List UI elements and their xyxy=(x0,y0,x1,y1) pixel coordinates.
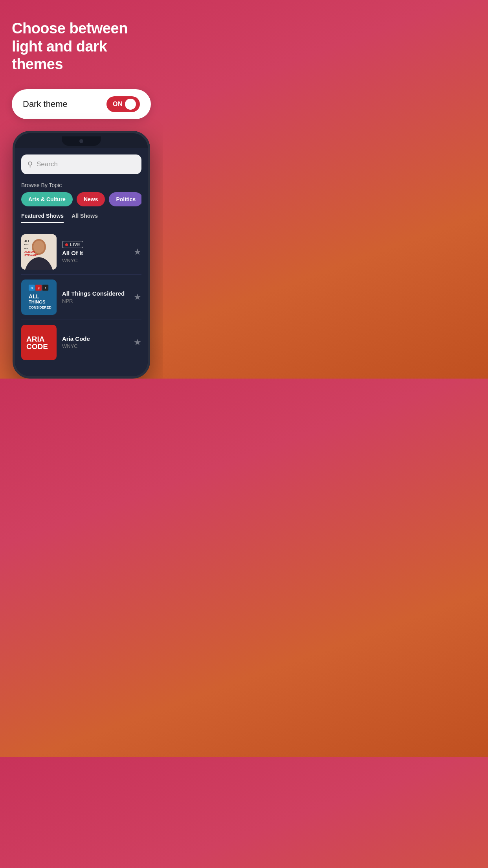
search-icon: ⚲ xyxy=(28,160,33,169)
show-title-aria-code: Aria Code xyxy=(62,335,128,342)
dark-theme-toggle[interactable]: ON xyxy=(106,96,140,112)
svg-text:CODE: CODE xyxy=(26,342,48,351)
tab-all-shows[interactable]: All Shows xyxy=(72,213,98,223)
show-item-all-of-it[interactable]: ALL OF IT WITH ALISON STEWART LIVE All O… xyxy=(21,230,141,275)
pill-politics[interactable]: Politics xyxy=(109,192,141,206)
hero-section: Choose between light and dark themes xyxy=(0,0,163,85)
favorite-star-aria-code[interactable]: ★ xyxy=(134,337,141,348)
show-item-all-things-considered[interactable]: n p r ALL THINGS CONSIDERED All Things C… xyxy=(21,275,141,320)
show-info-aria-code: Aria Code WNYC xyxy=(62,335,128,349)
pill-news[interactable]: News xyxy=(77,192,105,206)
show-thumb-all-things-considered: n p r ALL THINGS CONSIDERED xyxy=(21,280,57,315)
phone-camera xyxy=(79,139,83,143)
toggle-state-label: ON xyxy=(113,101,123,108)
show-station-all-of-it: WNYC xyxy=(62,257,128,263)
phone-bottom-space xyxy=(21,365,141,373)
svg-text:CONSIDERED: CONSIDERED xyxy=(29,305,51,309)
show-info-all-things-considered: All Things Considered NPR xyxy=(62,290,128,304)
hero-title: Choose between light and dark themes xyxy=(12,20,151,74)
live-dot xyxy=(65,243,68,246)
svg-text:ARIA: ARIA xyxy=(26,335,45,343)
browse-label: Browse By Topic xyxy=(21,182,141,188)
show-item-aria-code[interactable]: ARIA CODE Aria Code WNYC ★ xyxy=(21,320,141,365)
show-title-all-things-considered: All Things Considered xyxy=(62,290,128,297)
live-badge: LIVE xyxy=(62,241,83,248)
toggle-label: Dark theme xyxy=(23,99,68,109)
svg-text:ALL: ALL xyxy=(24,240,30,243)
search-placeholder: Search xyxy=(37,160,58,168)
toggle-circle xyxy=(125,99,136,110)
svg-text:OF IT: OF IT xyxy=(24,243,29,246)
show-thumb-aria-code: ARIA CODE xyxy=(21,325,57,360)
svg-text:ALL: ALL xyxy=(29,293,39,299)
svg-text:WITH: WITH xyxy=(24,248,28,250)
phone-notch xyxy=(62,136,101,146)
svg-text:n: n xyxy=(31,286,33,290)
live-text: LIVE xyxy=(70,242,80,247)
phone-frame: ⚲ Search Browse By Topic Arts & Culture … xyxy=(13,131,150,379)
dark-theme-toggle-card[interactable]: Dark theme ON xyxy=(12,89,151,119)
shows-tabs: Featured Shows All Shows xyxy=(21,213,141,223)
phone-notch-bar xyxy=(15,133,148,148)
svg-text:p: p xyxy=(37,286,39,290)
tab-featured-shows[interactable]: Featured Shows xyxy=(21,213,64,223)
svg-text:THINGS: THINGS xyxy=(29,300,46,304)
favorite-star-all-of-it[interactable]: ★ xyxy=(134,247,141,257)
show-title-all-of-it: All Of It xyxy=(62,250,128,256)
show-info-all-of-it: LIVE All Of It WNYC xyxy=(62,241,128,264)
show-thumb-all-of-it: ALL OF IT WITH ALISON STEWART xyxy=(21,234,57,270)
pill-arts-culture[interactable]: Arts & Culture xyxy=(21,192,73,206)
show-station-aria-code: WNYC xyxy=(62,343,128,349)
topic-pills: Arts & Culture News Politics Te xyxy=(21,192,141,206)
search-bar[interactable]: ⚲ Search xyxy=(21,154,141,174)
phone-screen: ⚲ Search Browse By Topic Arts & Culture … xyxy=(15,148,148,376)
browse-by-topic-section: Browse By Topic Arts & Culture News Poli… xyxy=(21,182,141,206)
show-station-all-things-considered: NPR xyxy=(62,298,128,304)
svg-point-2 xyxy=(33,241,44,253)
svg-text:STEWART: STEWART xyxy=(24,254,38,257)
svg-text:ALISON: ALISON xyxy=(24,250,35,253)
favorite-star-all-things-considered[interactable]: ★ xyxy=(134,292,141,302)
